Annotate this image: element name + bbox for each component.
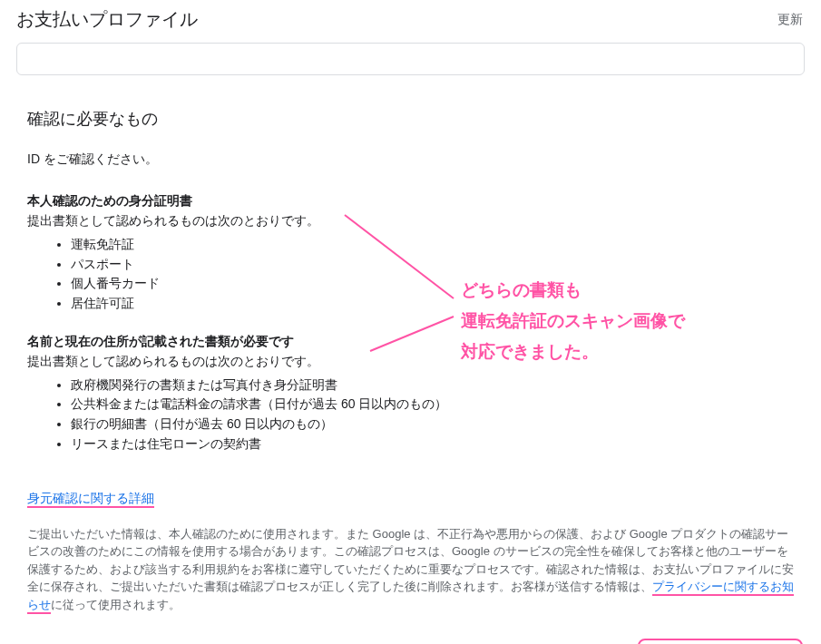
list-item: 運転免許証 — [71, 235, 794, 255]
disclaimer-part2: に従って使用されます。 — [51, 598, 181, 611]
list-item: 公共料金または電話料金の請求書（日付が過去 60 日以内のもの） — [71, 395, 794, 415]
id-docs-list: 運転免許証 パスポート 個人番号カード 居住許可証 — [27, 235, 794, 314]
list-item: リースまたは住宅ローンの契約書 — [71, 434, 794, 454]
id-docs-desc: 提出書類として認められるものは次のとおりです。 — [27, 213, 794, 229]
list-item: 政府機関発行の書類または写真付き身分証明書 — [71, 376, 794, 395]
list-item: 銀行の明細書（日付が過去 60 日以内のもの） — [71, 415, 794, 434]
identity-details-text: 身元確認に関する詳細 — [27, 491, 154, 508]
id-docs-heading: 本人確認のための身分証明書 — [27, 193, 794, 210]
page-title: お支払いプロファイル — [16, 7, 198, 32]
address-docs-list: 政府機関発行の書類または写真付き身分証明書 公共料金または電話料金の請求書（日付… — [27, 376, 794, 454]
annotation-line2: 運転免許証のスキャン画像で — [461, 311, 685, 330]
profile-card-placeholder — [16, 43, 805, 75]
list-item: 居住許可証 — [71, 294, 794, 314]
start-button-highlight: 身元確認を開始する — [638, 639, 804, 644]
list-item: 個人番号カード — [71, 274, 794, 294]
address-docs-heading: 名前と現在の住所が記載された書類が必要です — [27, 334, 794, 350]
section-heading: 確認に必要なもの — [27, 108, 794, 130]
identity-details-link[interactable]: 身元確認に関する詳細 — [27, 491, 154, 507]
address-docs-desc: 提出書類として認められるものは次のとおりです。 — [27, 354, 794, 370]
disclaimer-text: ご提出いただいた情報は、本人確認のために使用されます。また Google は、不… — [27, 525, 794, 614]
instruction-text: ID をご確認ください。 — [27, 151, 794, 168]
list-item: パスポート — [71, 255, 794, 275]
update-link[interactable]: 更新 — [777, 12, 803, 28]
